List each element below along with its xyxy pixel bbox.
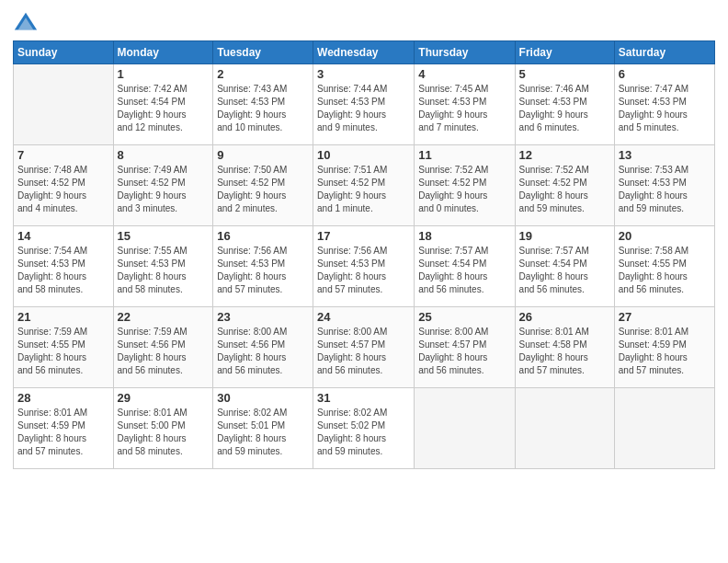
day-info: Sunrise: 7:48 AM Sunset: 4:52 PM Dayligh… — [17, 164, 109, 215]
calendar-cell: 4Sunrise: 7:45 AM Sunset: 4:53 PM Daylig… — [415, 64, 515, 145]
calendar-cell: 22Sunrise: 7:59 AM Sunset: 4:56 PM Dayli… — [113, 307, 213, 388]
day-number: 5 — [519, 67, 610, 81]
day-number: 20 — [619, 229, 711, 243]
calendar-cell: 8Sunrise: 7:49 AM Sunset: 4:52 PM Daylig… — [113, 145, 213, 226]
day-info: Sunrise: 7:51 AM Sunset: 4:52 PM Dayligh… — [317, 164, 410, 215]
calendar-cell: 25Sunrise: 8:00 AM Sunset: 4:57 PM Dayli… — [415, 307, 515, 388]
week-row-1: 1Sunrise: 7:42 AM Sunset: 4:54 PM Daylig… — [14, 64, 715, 145]
day-number: 8 — [118, 148, 210, 162]
day-number: 25 — [418, 310, 510, 324]
logo — [13, 9, 42, 35]
day-number: 17 — [317, 229, 410, 243]
day-info: Sunrise: 7:59 AM Sunset: 4:56 PM Dayligh… — [118, 326, 210, 377]
week-row-3: 14Sunrise: 7:54 AM Sunset: 4:53 PM Dayli… — [14, 226, 715, 307]
day-header-sunday: Sunday — [14, 41, 114, 64]
day-info: Sunrise: 8:02 AM Sunset: 5:01 PM Dayligh… — [217, 407, 309, 458]
day-info: Sunrise: 7:43 AM Sunset: 4:53 PM Dayligh… — [217, 83, 309, 134]
day-info: Sunrise: 8:01 AM Sunset: 4:59 PM Dayligh… — [17, 407, 109, 458]
day-info: Sunrise: 8:01 AM Sunset: 5:00 PM Dayligh… — [118, 407, 210, 458]
day-info: Sunrise: 7:56 AM Sunset: 4:53 PM Dayligh… — [217, 245, 309, 296]
calendar-cell — [614, 388, 714, 469]
day-info: Sunrise: 7:59 AM Sunset: 4:55 PM Dayligh… — [17, 326, 109, 377]
calendar-cell: 16Sunrise: 7:56 AM Sunset: 4:53 PM Dayli… — [213, 226, 313, 307]
day-number: 10 — [317, 148, 410, 162]
header-row — [13, 9, 715, 35]
day-info: Sunrise: 7:57 AM Sunset: 4:54 PM Dayligh… — [418, 245, 510, 296]
day-number: 12 — [519, 148, 610, 162]
day-number: 16 — [217, 229, 309, 243]
calendar-cell: 21Sunrise: 7:59 AM Sunset: 4:55 PM Dayli… — [14, 307, 114, 388]
day-number: 15 — [118, 229, 210, 243]
day-info: Sunrise: 8:02 AM Sunset: 5:02 PM Dayligh… — [317, 407, 410, 458]
calendar-cell: 31Sunrise: 8:02 AM Sunset: 5:02 PM Dayli… — [313, 388, 415, 469]
day-number: 28 — [17, 391, 109, 405]
day-number: 30 — [217, 391, 309, 405]
day-number: 19 — [519, 229, 610, 243]
week-row-2: 7Sunrise: 7:48 AM Sunset: 4:52 PM Daylig… — [14, 145, 715, 226]
day-header-thursday: Thursday — [415, 41, 515, 64]
day-number: 21 — [17, 310, 109, 324]
day-info: Sunrise: 8:00 AM Sunset: 4:56 PM Dayligh… — [217, 326, 309, 377]
calendar-cell: 11Sunrise: 7:52 AM Sunset: 4:52 PM Dayli… — [415, 145, 515, 226]
day-header-friday: Friday — [515, 41, 614, 64]
calendar-cell: 27Sunrise: 8:01 AM Sunset: 4:59 PM Dayli… — [614, 307, 714, 388]
day-number: 3 — [317, 67, 410, 81]
day-info: Sunrise: 8:00 AM Sunset: 4:57 PM Dayligh… — [418, 326, 510, 377]
calendar-cell: 12Sunrise: 7:52 AM Sunset: 4:52 PM Dayli… — [515, 145, 614, 226]
calendar-cell: 23Sunrise: 8:00 AM Sunset: 4:56 PM Dayli… — [213, 307, 313, 388]
calendar-cell: 24Sunrise: 8:00 AM Sunset: 4:57 PM Dayli… — [313, 307, 415, 388]
calendar-cell — [14, 64, 114, 145]
day-number: 13 — [619, 148, 711, 162]
day-header-saturday: Saturday — [614, 41, 714, 64]
calendar-cell: 6Sunrise: 7:47 AM Sunset: 4:53 PM Daylig… — [614, 64, 714, 145]
day-info: Sunrise: 7:57 AM Sunset: 4:54 PM Dayligh… — [519, 245, 610, 296]
calendar-cell: 26Sunrise: 8:01 AM Sunset: 4:58 PM Dayli… — [515, 307, 614, 388]
day-header-tuesday: Tuesday — [213, 41, 313, 64]
day-number: 2 — [217, 67, 309, 81]
day-number: 9 — [217, 148, 309, 162]
calendar-cell: 17Sunrise: 7:56 AM Sunset: 4:53 PM Dayli… — [313, 226, 415, 307]
calendar-container: SundayMondayTuesdayWednesdayThursdayFrid… — [0, 0, 728, 563]
calendar-cell — [515, 388, 614, 469]
day-number: 27 — [619, 310, 711, 324]
day-number: 14 — [17, 229, 109, 243]
day-info: Sunrise: 8:00 AM Sunset: 4:57 PM Dayligh… — [317, 326, 410, 377]
day-info: Sunrise: 7:52 AM Sunset: 4:52 PM Dayligh… — [418, 164, 510, 215]
calendar-cell — [415, 388, 515, 469]
calendar-cell: 13Sunrise: 7:53 AM Sunset: 4:53 PM Dayli… — [614, 145, 714, 226]
day-header-monday: Monday — [113, 41, 213, 64]
day-header-wednesday: Wednesday — [313, 41, 415, 64]
calendar-cell: 15Sunrise: 7:55 AM Sunset: 4:53 PM Dayli… — [113, 226, 213, 307]
day-number: 26 — [519, 310, 610, 324]
header-row-days: SundayMondayTuesdayWednesdayThursdayFrid… — [14, 41, 715, 64]
day-number: 11 — [418, 148, 510, 162]
calendar-cell: 5Sunrise: 7:46 AM Sunset: 4:53 PM Daylig… — [515, 64, 614, 145]
calendar-cell: 29Sunrise: 8:01 AM Sunset: 5:00 PM Dayli… — [113, 388, 213, 469]
day-info: Sunrise: 7:45 AM Sunset: 4:53 PM Dayligh… — [418, 83, 510, 134]
day-info: Sunrise: 7:50 AM Sunset: 4:52 PM Dayligh… — [217, 164, 309, 215]
calendar-cell: 3Sunrise: 7:44 AM Sunset: 4:53 PM Daylig… — [313, 64, 415, 145]
day-info: Sunrise: 7:53 AM Sunset: 4:53 PM Dayligh… — [619, 164, 711, 215]
calendar-cell: 20Sunrise: 7:58 AM Sunset: 4:55 PM Dayli… — [614, 226, 714, 307]
week-row-5: 28Sunrise: 8:01 AM Sunset: 4:59 PM Dayli… — [14, 388, 715, 469]
calendar-cell: 10Sunrise: 7:51 AM Sunset: 4:52 PM Dayli… — [313, 145, 415, 226]
day-info: Sunrise: 7:55 AM Sunset: 4:53 PM Dayligh… — [118, 245, 210, 296]
calendar-cell: 28Sunrise: 8:01 AM Sunset: 4:59 PM Dayli… — [14, 388, 114, 469]
day-info: Sunrise: 7:44 AM Sunset: 4:53 PM Dayligh… — [317, 83, 410, 134]
day-number: 24 — [317, 310, 410, 324]
day-info: Sunrise: 7:54 AM Sunset: 4:53 PM Dayligh… — [17, 245, 109, 296]
calendar-cell: 7Sunrise: 7:48 AM Sunset: 4:52 PM Daylig… — [14, 145, 114, 226]
day-info: Sunrise: 7:56 AM Sunset: 4:53 PM Dayligh… — [317, 245, 410, 296]
calendar-cell: 18Sunrise: 7:57 AM Sunset: 4:54 PM Dayli… — [415, 226, 515, 307]
day-info: Sunrise: 7:49 AM Sunset: 4:52 PM Dayligh… — [118, 164, 210, 215]
day-info: Sunrise: 7:46 AM Sunset: 4:53 PM Dayligh… — [519, 83, 610, 134]
day-number: 23 — [217, 310, 309, 324]
day-number: 7 — [17, 148, 109, 162]
day-info: Sunrise: 8:01 AM Sunset: 4:58 PM Dayligh… — [519, 326, 610, 377]
day-info: Sunrise: 7:47 AM Sunset: 4:53 PM Dayligh… — [619, 83, 711, 134]
calendar-cell: 14Sunrise: 7:54 AM Sunset: 4:53 PM Dayli… — [14, 226, 114, 307]
week-row-4: 21Sunrise: 7:59 AM Sunset: 4:55 PM Dayli… — [14, 307, 715, 388]
calendar-table: SundayMondayTuesdayWednesdayThursdayFrid… — [13, 40, 715, 469]
day-number: 22 — [118, 310, 210, 324]
day-number: 4 — [418, 67, 510, 81]
